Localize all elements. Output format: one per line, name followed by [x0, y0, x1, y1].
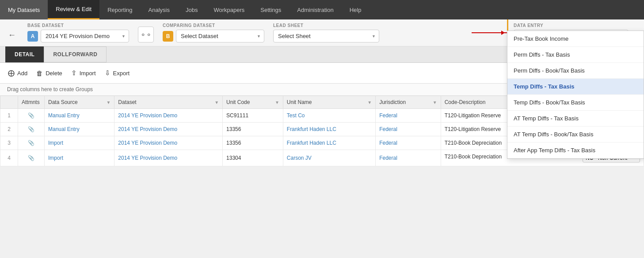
- cell-row-num: 2: [0, 123, 18, 136]
- delete-button[interactable]: 🗑 Delete: [35, 68, 63, 79]
- base-dataset-badge: A: [27, 31, 38, 42]
- cell-row-num: 3: [0, 136, 18, 150]
- dropdown-item[interactable]: After App Temp Diffs - Tax Basis: [507, 142, 644, 158]
- dropdown-item[interactable]: AT Temp Diffs - Book/Tax Basis: [507, 127, 644, 142]
- comparing-dataset-badge: B: [163, 31, 173, 42]
- nav-my-datasets[interactable]: My Datasets: [0, 0, 48, 19]
- cell-attmnts: 📎: [18, 109, 45, 123]
- cell-unit-code: SC91111: [223, 109, 283, 123]
- export-icon: ⇩: [105, 69, 111, 77]
- nav-help[interactable]: Help: [342, 0, 370, 19]
- col-unit-code[interactable]: Unit Code ▼: [223, 96, 283, 109]
- cell-data-source[interactable]: Manual Entry: [45, 109, 114, 123]
- cell-unit-code: 13304: [223, 150, 283, 166]
- tab-detail[interactable]: DETAIL: [5, 46, 44, 62]
- import-button[interactable]: ⇪ Import: [70, 67, 97, 79]
- delete-icon: 🗑: [36, 69, 43, 77]
- cell-row-num: 1: [0, 109, 18, 123]
- cell-unit-name[interactable]: Frankfurt Haden LLC: [283, 136, 375, 150]
- unit-name-filter-icon[interactable]: ▼: [367, 100, 372, 105]
- comparing-dataset-select-wrapper: B Select Dataset: [163, 30, 264, 42]
- cell-dataset[interactable]: 2014 YE Provision Demo: [114, 150, 223, 166]
- lead-sheet-section: LEAD SHEET Select Sheet: [273, 23, 379, 42]
- comparing-dataset-section: COMPARING DATASET B Select Dataset: [163, 23, 264, 42]
- nav-review-edit[interactable]: Review & Edit: [48, 0, 99, 19]
- tab-rollforward[interactable]: ROLLFORWARD: [44, 46, 107, 62]
- cell-unit-code: 13356: [223, 136, 283, 150]
- cell-unit-code: 13356: [223, 123, 283, 136]
- col-dataset[interactable]: Dataset ▼: [114, 96, 223, 109]
- nav-reporting[interactable]: Reporting: [99, 0, 140, 19]
- cell-jurisdiction[interactable]: Federal: [376, 109, 441, 123]
- dropdown-item[interactable]: Perm Diffs - Book/Tax Basis: [507, 63, 644, 79]
- dropdown-item[interactable]: Temp Diffs - Tax Basis: [507, 79, 644, 95]
- base-dataset-select-container: 2014 YE Provision Demo: [41, 30, 129, 42]
- export-button[interactable]: ⇩ Export: [104, 67, 131, 79]
- lead-sheet-select-container: Select Sheet: [273, 30, 379, 42]
- cell-attmnts: 📎: [18, 150, 45, 166]
- cell-data-source[interactable]: Manual Entry: [45, 123, 114, 136]
- import-icon: ⇪: [71, 69, 77, 77]
- nav-analysis[interactable]: Analysis: [141, 0, 178, 19]
- nav-jobs[interactable]: Jobs: [178, 0, 206, 19]
- data-entry-arrow: [472, 32, 507, 33]
- nav-settings[interactable]: Settings: [252, 0, 289, 19]
- comparing-dataset-dropdown[interactable]: Select Dataset: [176, 30, 264, 42]
- comparing-dataset-select-container: Select Dataset: [176, 30, 264, 42]
- cell-jurisdiction[interactable]: Federal: [376, 150, 441, 166]
- col-data-source[interactable]: Data Source ▼: [45, 96, 114, 109]
- cell-data-source[interactable]: Import: [45, 150, 114, 166]
- base-dataset-section: BASE DATASET A 2014 YE Provision Demo: [27, 23, 129, 42]
- cell-data-source[interactable]: Import: [45, 136, 114, 150]
- dropdown-item[interactable]: Temp Diffs - Book/Tax Basis: [507, 95, 644, 111]
- data-source-filter-icon[interactable]: ▼: [106, 100, 111, 105]
- top-navigation: My Datasets Review & Edit Reporting Anal…: [0, 0, 644, 19]
- dropdown-scroll-area[interactable]: Pre-Tax Book IncomePerm Diffs - Tax Basi…: [507, 31, 644, 158]
- base-dataset-select-wrapper: A 2014 YE Provision Demo: [27, 30, 129, 42]
- cell-attmnts: 📎: [18, 136, 45, 150]
- arrow-decoration: [472, 32, 507, 33]
- data-entry-label: DATA ENTRY: [514, 23, 639, 28]
- comparing-dataset-label: COMPARING DATASET: [163, 23, 264, 28]
- data-entry-dropdown-overlay: Pre-Tax Book IncomePerm Diffs - Tax Basi…: [507, 31, 644, 159]
- cell-dataset[interactable]: 2014 YE Provision Demo: [114, 109, 223, 123]
- compare-icon[interactable]: ⚬⚬: [138, 27, 154, 42]
- cell-dataset[interactable]: 2014 YE Provision Demo: [114, 123, 223, 136]
- col-attmnts: Attmnts: [18, 96, 45, 109]
- add-icon: ⨁: [8, 69, 15, 77]
- col-row-num: [0, 96, 18, 109]
- cell-jurisdiction[interactable]: Federal: [376, 123, 441, 136]
- dropdown-item[interactable]: AT Temp Diffs - Tax Basis: [507, 111, 644, 127]
- cell-attmnts: 📎: [18, 123, 45, 136]
- col-unit-name[interactable]: Unit Name ▼: [283, 96, 375, 109]
- cell-jurisdiction[interactable]: Federal: [376, 136, 441, 150]
- cell-dataset[interactable]: 2014 YE Provision Demo: [114, 136, 223, 150]
- dataset-filter-icon[interactable]: ▼: [214, 100, 219, 105]
- cell-unit-name[interactable]: Carson JV: [283, 150, 375, 166]
- base-dataset-label: BASE DATASET: [27, 23, 129, 28]
- dropdown-item[interactable]: Pre-Tax Book Income: [507, 31, 644, 47]
- lead-sheet-label: LEAD SHEET: [273, 23, 379, 28]
- lead-sheet-dropdown[interactable]: Select Sheet: [273, 30, 379, 42]
- unit-code-filter-icon[interactable]: ▼: [275, 100, 279, 105]
- jurisdiction-filter-icon[interactable]: ▼: [433, 100, 437, 105]
- base-dataset-dropdown[interactable]: 2014 YE Provision Demo: [41, 30, 129, 42]
- add-button[interactable]: ⨁ Add: [7, 67, 28, 79]
- nav-workpapers[interactable]: Workpapers: [206, 0, 252, 19]
- cell-unit-name[interactable]: Frankfurt Haden LLC: [283, 123, 375, 136]
- dropdown-item[interactable]: Perm Diffs - Tax Basis: [507, 47, 644, 63]
- back-button[interactable]: ←: [5, 28, 19, 42]
- cell-row-num: 4: [0, 150, 18, 166]
- cell-unit-name[interactable]: Test Co: [283, 109, 375, 123]
- col-jurisdiction[interactable]: Jurisdiction ▼: [376, 96, 441, 109]
- nav-administration[interactable]: Administration: [289, 0, 341, 19]
